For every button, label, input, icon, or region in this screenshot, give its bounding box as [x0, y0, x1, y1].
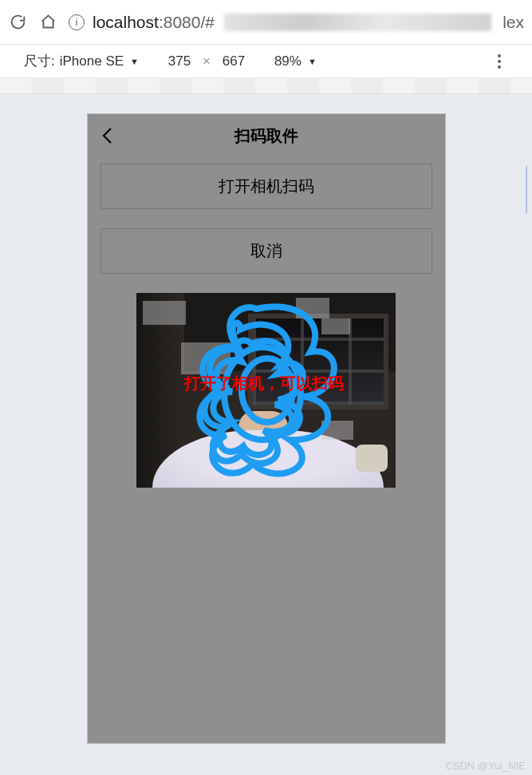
app-header: 扫码取件	[88, 114, 445, 157]
device-stage: 扫码取件 打开相机扫码 取消	[0, 94, 532, 775]
camera-preview: 打开了相机，可以扫码	[136, 293, 396, 488]
url-redacted-path	[224, 14, 491, 31]
watermark: CSDN @Yui_NIE	[445, 760, 526, 772]
devtools-device-toolbar: 尺寸: iPhone SE ▼ 375 × 667 89% ▼	[0, 45, 532, 78]
app-body: 打开相机扫码 取消	[88, 157, 445, 494]
address-bar[interactable]: i localhost:8080/# lex	[69, 13, 524, 32]
url-suffix: lex	[502, 13, 524, 32]
chevron-down-icon: ▼	[130, 57, 139, 66]
pixelation-block	[143, 301, 186, 325]
zoom-value: 89%	[274, 53, 301, 69]
height-input[interactable]: 667	[215, 53, 252, 69]
open-camera-button[interactable]: 打开相机扫码	[100, 164, 432, 209]
device-selector[interactable]: 尺寸: iPhone SE ▼	[24, 52, 139, 70]
ruler-strip	[0, 78, 532, 94]
pixelation-block	[181, 342, 231, 374]
stage-edge-marker	[526, 166, 532, 214]
pixelation-block	[296, 298, 329, 318]
camera-overlay-text: 打开了相机，可以扫码	[184, 373, 344, 394]
cancel-button[interactable]: 取消	[100, 228, 432, 274]
size-label: 尺寸:	[24, 52, 55, 70]
camera-pillow	[356, 445, 388, 472]
width-input[interactable]: 375	[161, 53, 198, 69]
mobile-viewport: 扫码取件 打开相机扫码 取消	[87, 113, 446, 744]
zoom-selector[interactable]: 89% ▼	[274, 53, 317, 69]
more-options-icon[interactable]	[491, 53, 508, 70]
dimensions: 375 × 667	[161, 53, 252, 69]
pixelation-block	[321, 318, 350, 334]
url-host: localhost	[93, 13, 159, 31]
browser-toolbar: i localhost:8080/# lex	[0, 0, 532, 45]
camera-window	[248, 314, 388, 409]
dimension-separator: ×	[203, 53, 211, 69]
url-port: :8080/#	[159, 13, 215, 31]
page-title: 扫码取件	[120, 125, 413, 147]
home-icon[interactable]	[38, 13, 57, 32]
reload-icon[interactable]	[8, 13, 27, 32]
device-name: iPhone SE	[60, 53, 124, 69]
chevron-down-icon: ▼	[308, 57, 317, 66]
back-icon[interactable]	[96, 124, 120, 148]
site-info-icon[interactable]: i	[69, 14, 85, 30]
pixelation-block	[321, 421, 353, 440]
